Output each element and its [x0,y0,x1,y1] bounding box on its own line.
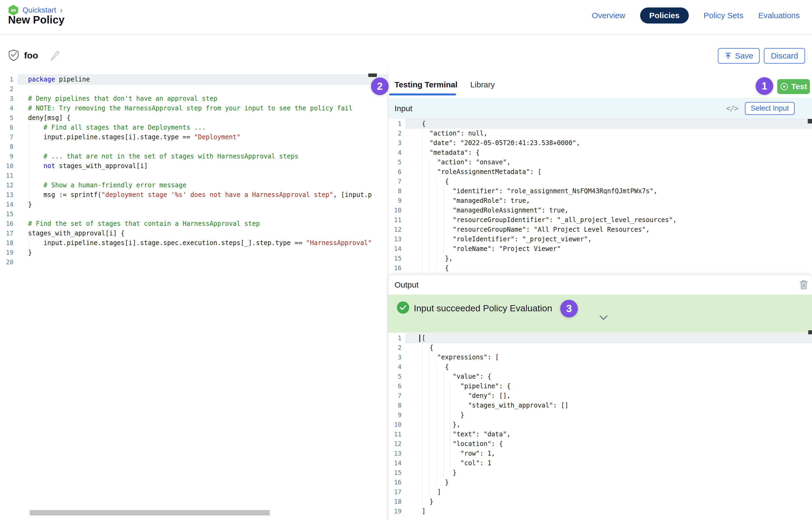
code-line: 6 # Find all stages that are Deployments… [0,123,387,132]
chevron-right-icon: › [60,6,62,15]
code-line: 3 "expressions": [ [388,353,812,362]
tutorial-badge-1: 1 [756,77,773,95]
output-section: Output Input succeeded Policy Evaluation… [388,275,812,520]
code-line: 7 input.pipeline.stages[i].stage.type ==… [0,132,387,142]
policy-name: foo [24,50,38,61]
output-section-header: Output [388,275,812,295]
save-button[interactable]: Save [718,48,760,63]
input-section-header: Input </> Select Input [388,98,812,119]
edit-pencil-icon[interactable] [49,50,60,61]
code-line: 14 "col": 1 [388,458,812,468]
code-line: 9 "managedRole": true, [388,196,812,206]
code-line: 2 [0,84,387,94]
code-line: 6 "pipeline": { [388,381,812,391]
code-view-icon[interactable]: </> [726,104,738,113]
tutorial-badge-3: 3 [560,300,578,317]
code-line: 11 [0,171,387,180]
code-line: 4 { [388,362,812,372]
code-line: 14} [0,200,387,209]
code-line: 12 "location": { [388,439,812,449]
text-cursor [420,335,420,342]
output-json-editor[interactable]: 1[2 {3 "expressions": [4 {5 "value": {6 … [388,333,812,520]
test-button-label: Test [791,82,807,91]
chevron-down-icon[interactable] [599,314,609,321]
tab-testing-terminal[interactable]: Testing Terminal [395,80,458,89]
code-line: 14 "roleName": "Project Viewer" [388,244,812,254]
code-line: 12 # Show a human-friendly error message [0,180,387,190]
indent-guide [422,343,423,506]
code-line: 7 { [388,177,812,186]
module-nav: Overview Policies Policy Sets Evaluation… [592,7,800,24]
editor-scrollbar-thumb[interactable] [808,119,812,124]
indent-guide [450,381,451,468]
code-line: 11 "resourceGroupIdentifier": "_all_proj… [388,215,812,225]
code-line: 18 } [388,497,812,506]
code-line: 5 "value": { [388,372,812,381]
code-line: 4 "metadata": { [388,148,812,157]
header-divider [0,34,812,35]
indent-guide [422,129,423,273]
indent-guide [29,123,29,200]
input-json-editor[interactable]: 1{2 "action": null,3 "date": "2022-05-05… [388,119,812,273]
horizontal-scrollbar-thumb[interactable] [30,510,270,516]
code-line: 11 "text": "data", [388,430,812,439]
indent-guide [443,372,444,477]
tab-library[interactable]: Library [471,80,495,89]
code-line: 20 [0,257,387,267]
code-line: 3 "date": "2022-05-05T20:41:23.538+0000"… [388,138,812,148]
code-line: 8 "identifier": "role_assignment_NsFQM43… [388,186,812,196]
code-line: 15 } [388,468,812,477]
select-input-button[interactable]: Select Input [745,102,795,115]
code-line: 16 } [388,477,812,487]
breadcrumb-link-quickstart[interactable]: Quickstart [22,6,56,15]
tutorial-badge-2: 2 [371,77,389,95]
code-line: 9 # ... that are not in the set of stage… [0,152,387,161]
play-icon [780,82,788,91]
discard-button[interactable]: Discard [764,48,805,63]
code-line: 7 "deny": [], [388,391,812,400]
code-line: 19] [388,506,812,516]
nav-item-policy-sets[interactable]: Policy Sets [704,11,743,20]
page-title: New Policy [8,14,65,26]
policy-name-row: foo [8,49,60,61]
editor-scrollbar-thumb[interactable] [368,74,377,77]
nav-item-overview[interactable]: Overview [592,11,625,20]
output-label: Output [395,280,418,289]
code-line: 9 } [388,410,812,420]
active-tab-underline [389,94,456,96]
indent-guide [429,353,430,497]
code-line: 18 input.pipeline.stages[i].stage.spec.e… [0,238,387,248]
code-line: 16 { [388,263,812,273]
code-line: 5deny[msg] { [0,113,387,123]
code-line: 1package pipeline [0,75,387,84]
code-line: 10 not stages_with_approval[i] [0,161,387,171]
success-check-icon [397,302,409,314]
editor-scrollbar-thumb[interactable] [808,330,812,334]
nav-item-policies[interactable]: Policies [640,7,688,24]
indent-guide [29,238,29,248]
code-line: 12 "resourceGroupName": "All Project Lev… [388,225,812,234]
policy-code-editor[interactable]: 1package pipeline23# Deny pipelines that… [0,72,387,520]
code-line: 4# NOTE: Try removing the HarnessApprova… [0,103,387,113]
test-button[interactable]: Test [777,79,810,94]
code-line: 6 "roleAssignmentMetadata": [ [388,167,812,177]
code-line: 2 "action": null, [388,129,812,138]
code-line: 10 "managedRoleAssignment": true, [388,206,812,215]
evaluation-success-banner: Input succeeded Policy Evaluation [388,295,812,333]
code-line: 1[ [388,333,812,343]
indent-guide [443,186,444,263]
code-line: 8 "stages_with_approval": [] [388,400,812,410]
nav-item-evaluations[interactable]: Evaluations [758,11,800,20]
code-line: 10 }, [388,420,812,430]
code-line: 17stages_with_approval[i] { [0,229,387,238]
policy-shield-icon [8,49,19,61]
code-line: 5 "action": "onsave", [388,157,812,167]
indent-guide [429,157,430,273]
discard-button-label: Discard [771,51,798,60]
indent-guide [436,177,436,273]
code-line: 8 [0,142,387,152]
code-line: 19} [0,248,387,257]
code-line: 15 [0,209,387,219]
code-line: 2 { [388,343,812,353]
trash-icon[interactable] [799,280,808,290]
